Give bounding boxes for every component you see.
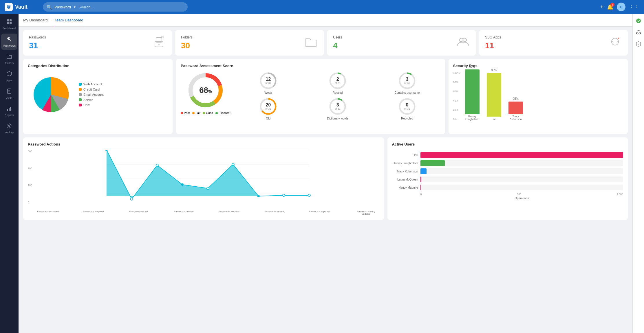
metric-old-circle: 20 of 31 [259, 97, 277, 116]
settings-label: Settings [5, 131, 14, 134]
passwords-icon [6, 36, 12, 43]
sidebar: Dashboard Passwords Folders Apps Audit [0, 14, 19, 333]
metric-weak-circle: 12 of 31 [259, 71, 277, 90]
svg-point-23 [460, 38, 463, 42]
user-track-tracy [420, 168, 623, 174]
filter-chevron[interactable]: ▼ [73, 5, 76, 9]
svg-rect-3 [7, 19, 9, 21]
pie-chart [28, 71, 74, 118]
logo-icon [5, 3, 13, 11]
svg-point-52 [207, 187, 209, 190]
svg-point-50 [156, 164, 158, 166]
user-fill-laura [420, 176, 422, 182]
add-button[interactable]: + [600, 4, 603, 10]
help-icon[interactable]: ? [634, 39, 643, 49]
right-sidebar: ? [632, 14, 644, 333]
svg-point-20 [158, 44, 160, 45]
assessment-layout: 68% Poor Fair [181, 71, 440, 120]
sidebar-item-passwords[interactable]: Passwords [1, 34, 17, 50]
tab-my-dashboard[interactable]: My Dashboard [23, 14, 48, 26]
score-legend: Poor Fair Good [181, 111, 230, 115]
stats-row: Passwords 31 Folders 30 Users [19, 27, 632, 59]
svg-rect-15 [9, 108, 10, 111]
metric-reused-label: Reused [333, 91, 343, 94]
user-fill-tracy [420, 168, 427, 174]
stat-passwords-icon [152, 35, 166, 51]
sidebar-item-folders[interactable]: Folders [1, 51, 17, 67]
search-input[interactable] [78, 5, 184, 9]
stat-users-value: 4 [333, 41, 342, 50]
legend-fair: Fair [192, 111, 200, 115]
user-fill-harvey [420, 160, 445, 166]
audit-icon [6, 88, 12, 95]
legend-excellent: Excellent [215, 111, 230, 115]
legend-poor: Poor [181, 111, 190, 115]
svg-point-22 [162, 36, 163, 38]
user-name-nancy: Nancy Maguire [392, 186, 418, 189]
metric-dict-count: 3 of 31 [335, 102, 341, 110]
svg-point-53 [232, 163, 234, 165]
notification-button[interactable]: 🔔 1 [607, 4, 613, 10]
user-track-hari [420, 152, 623, 158]
folders-label: Folders [5, 62, 14, 65]
user-avatar[interactable]: U [617, 3, 625, 11]
search-filter[interactable]: Password [54, 5, 71, 9]
green-status-icon[interactable] [634, 16, 643, 25]
active-users-title: Active Users [392, 142, 623, 146]
security-pros-chart: 100% 80% 60% 40% 20% 0% 90% Harvey Lon [453, 71, 623, 129]
legend-server: Server [79, 98, 104, 102]
user-fill-nancy [420, 185, 421, 190]
dashboard-icon [6, 19, 12, 26]
metric-weak: 12 of 31 Weak [235, 71, 301, 94]
stat-folders: Folders 30 [175, 30, 324, 56]
pie-container: Web Account Credit Card Email Account [28, 71, 168, 118]
sidebar-item-dashboard[interactable]: Dashboard [1, 16, 17, 32]
svg-point-8 [8, 38, 9, 39]
user-track-laura [420, 176, 623, 182]
svg-rect-4 [10, 19, 12, 21]
search-bar[interactable]: 🔍 Password ▼ [43, 2, 188, 12]
sidebar-item-settings[interactable]: Settings [1, 120, 17, 137]
line-x-axis: Passwords accessed Passwords acquired Pa… [36, 209, 379, 215]
metric-username-count: 3 of 31 [404, 77, 410, 84]
security-pros-card: Security Pros 100% 80% 60% 40% 20% 0% [449, 59, 628, 134]
sidebar-item-audit[interactable]: Audit [1, 86, 17, 102]
user-fill-hari [420, 152, 623, 158]
bottom-grid: Password Actions 300 200 100 0 [19, 137, 632, 223]
app-logo: Vault [5, 3, 39, 11]
metric-username: 3 of 31 Contains username [374, 71, 440, 94]
metric-username-label: Contains username [395, 91, 420, 94]
headset-icon[interactable] [634, 28, 643, 37]
score-label: 68% [199, 86, 212, 95]
svg-point-24 [463, 38, 466, 42]
active-users-xlabel: Operations [392, 197, 623, 200]
user-name-tracy: Tracy Robertson [392, 170, 418, 173]
legend-good: Good [203, 111, 213, 115]
svg-text:?: ? [638, 43, 639, 46]
line-chart-svg [36, 150, 379, 208]
svg-rect-6 [10, 22, 12, 24]
svg-point-54 [257, 195, 260, 197]
legend-unix: Unix [79, 103, 104, 107]
active-users-card: Active Users Hari Harvey Longbottom [387, 137, 628, 220]
folders-icon [6, 54, 12, 61]
tab-team-dashboard[interactable]: Team Dashboard [55, 14, 83, 26]
apps-grid-button[interactable]: ⋮⋮ [629, 4, 639, 10]
bar-hari: 89% Hari [487, 69, 501, 121]
apps-label: Apps [6, 79, 12, 82]
svg-point-58 [637, 30, 640, 33]
metric-weak-label: Weak [265, 91, 272, 94]
sidebar-item-reports[interactable]: Reports [1, 103, 17, 119]
user-name-hari: Hari [392, 154, 418, 157]
nav-actions: + 🔔 1 U ⋮⋮ [600, 3, 639, 11]
svg-rect-16 [10, 107, 11, 111]
metric-old-label: Old [266, 117, 271, 120]
active-users-xaxis: 0 500 1,000 [392, 193, 623, 196]
stat-passwords: Passwords 31 [23, 30, 172, 56]
stat-sso-icon [608, 35, 622, 51]
user-row-hari: Hari [392, 152, 623, 158]
assessment-title: Password Assessment Score [181, 64, 440, 68]
metric-recycled-circle: 0 of 31 [398, 97, 416, 116]
svg-rect-60 [640, 32, 641, 34]
sidebar-item-apps[interactable]: Apps [1, 68, 17, 84]
